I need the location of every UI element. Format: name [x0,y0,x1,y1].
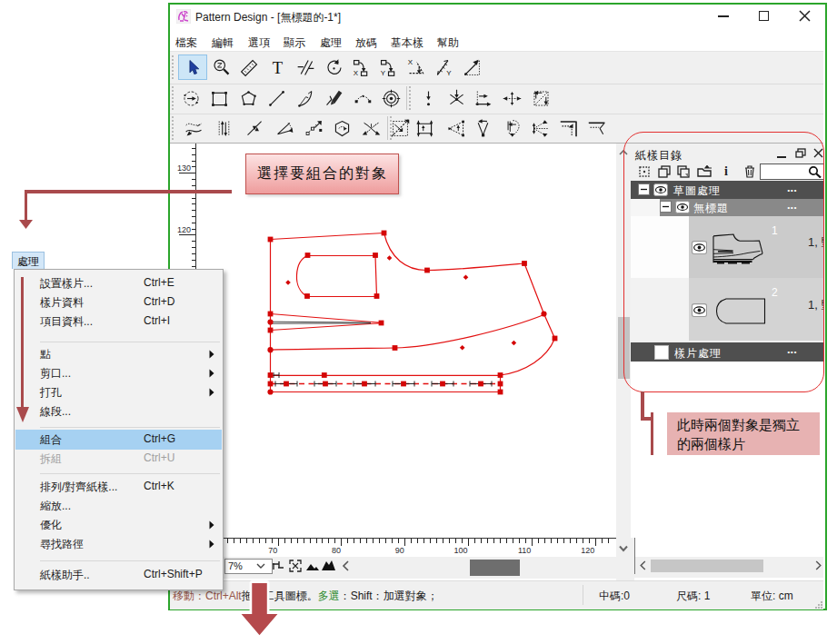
svg-text:120: 120 [581,546,594,555]
svg-text:110: 110 [518,546,531,555]
svg-text:100: 100 [454,546,468,555]
svg-text:80: 80 [332,546,341,555]
svg-text:90: 90 [395,546,404,555]
svg-text:70: 70 [268,546,277,555]
